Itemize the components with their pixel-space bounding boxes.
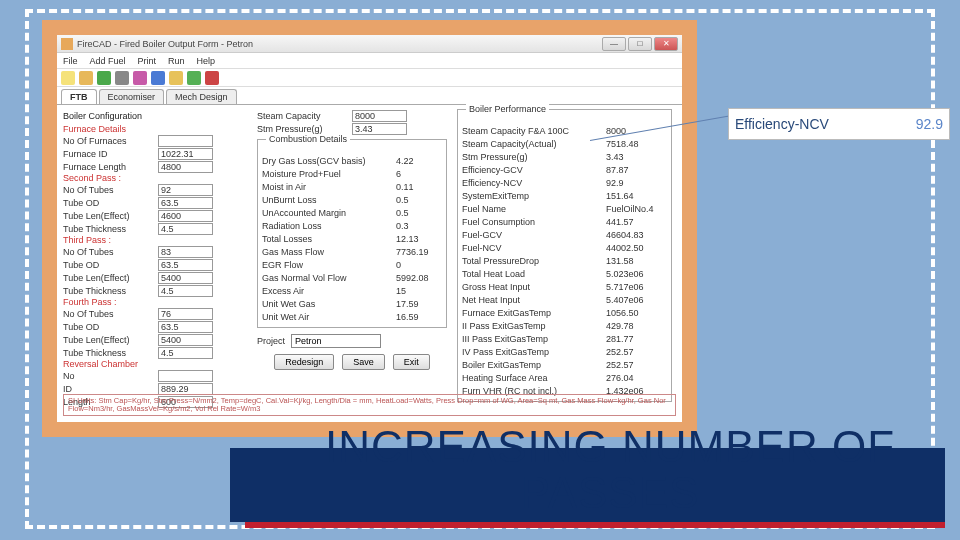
redesign-button[interactable]: Redesign <box>274 354 334 370</box>
perf-label: Heating Surface Area <box>462 373 602 383</box>
reversal-chamber-heading: Reversal Chamber <box>63 359 253 369</box>
furnace-id-value[interactable]: 1022.31 <box>158 148 213 160</box>
unit-wet-air-label: Unit Wet Air <box>262 312 392 322</box>
furnace-id-label: Furnace ID <box>63 149 158 159</box>
perf-label: Total PressureDrop <box>462 256 602 266</box>
fp-tube-thk-value[interactable]: 4.5 <box>158 347 213 359</box>
performance-title: Boiler Performance <box>466 104 549 114</box>
perf-value: FuelOilNo.4 <box>602 204 654 214</box>
excess-air-value: 15 <box>392 286 406 296</box>
close-icon[interactable] <box>205 71 219 85</box>
perf-row: SystemExitTemp151.64 <box>462 189 667 202</box>
perf-label: Steam Capacity(Actual) <box>462 139 602 149</box>
perf-row: Gross Heat Input5.717e06 <box>462 280 667 293</box>
toolbar <box>57 69 682 87</box>
perf-value: 1056.50 <box>602 308 639 318</box>
efficiency-callout: Efficiency-NCV 92.9 <box>728 108 950 140</box>
stm-pressure-value[interactable]: 3.43 <box>352 123 407 135</box>
total-losses-value: 12.13 <box>392 234 419 244</box>
project-input[interactable] <box>291 334 381 348</box>
tp-no-tubes-value[interactable]: 83 <box>158 246 213 258</box>
unit-wet-air-value: 16.59 <box>392 312 419 322</box>
print-icon[interactable] <box>115 71 129 85</box>
menu-run[interactable]: Run <box>168 56 185 66</box>
unacct-value: 0.5 <box>392 208 409 218</box>
project-label: Project <box>257 336 285 346</box>
tp-tube-thk-value[interactable]: 4.5 <box>158 285 213 297</box>
fp-tube-len-value[interactable]: 5400 <box>158 334 213 346</box>
window-close-button[interactable]: ✕ <box>654 37 678 51</box>
perf-label: Net Heat Input <box>462 295 602 305</box>
dry-gas-value: 4.22 <box>392 156 414 166</box>
perf-value: 429.78 <box>602 321 634 331</box>
furnace-details-heading: Furnace Details <box>63 124 253 134</box>
perf-row: Total PressureDrop131.58 <box>462 254 667 267</box>
tab-mech-design[interactable]: Mech Design <box>166 89 237 104</box>
perf-row: Fuel-NCV44002.50 <box>462 241 667 254</box>
save-button[interactable]: Save <box>342 354 385 370</box>
tp-tube-od-label: Tube OD <box>63 260 158 270</box>
perf-value: 441.57 <box>602 217 634 227</box>
exit-button[interactable]: Exit <box>393 354 430 370</box>
menu-bar: File Add Fuel Print Run Help <box>57 53 682 69</box>
save-icon[interactable] <box>97 71 111 85</box>
perf-label: Efficiency-GCV <box>462 165 602 175</box>
menu-file[interactable]: File <box>63 56 78 66</box>
edit-icon[interactable] <box>133 71 147 85</box>
tab-strip: FTB Economiser Mech Design <box>57 87 682 105</box>
perf-row: Steam Capacity(Actual)7518.48 <box>462 137 667 150</box>
no-of-furnaces-value[interactable] <box>158 135 213 147</box>
furnace-length-value[interactable]: 4800 <box>158 161 213 173</box>
new-icon[interactable] <box>61 71 75 85</box>
perf-value: 44002.50 <box>602 243 644 253</box>
tp-no-tubes-label: No Of Tubes <box>63 247 158 257</box>
open-icon[interactable] <box>79 71 93 85</box>
titlebar: FireCAD - Fired Boiler Output Form - Pet… <box>57 35 682 53</box>
menu-add-fuel[interactable]: Add Fuel <box>90 56 126 66</box>
perf-value: 281.77 <box>602 334 634 344</box>
sp-no-tubes-value[interactable]: 92 <box>158 184 213 196</box>
rc-no-label: No <box>63 371 158 381</box>
steam-capacity-value[interactable]: 8000 <box>352 110 407 122</box>
perf-row: Total Heat Load5.023e06 <box>462 267 667 280</box>
rc-no-value[interactable] <box>158 370 213 382</box>
fp-tube-thk-label: Tube Thickness <box>63 348 158 358</box>
slide-title-text: INCREASING NUMBER OF PASSES <box>265 424 955 516</box>
perf-row: Efficiency-GCV87.87 <box>462 163 667 176</box>
boiler-config-panel: Boiler Configuration Furnace Details No … <box>63 109 253 408</box>
tab-ftb[interactable]: FTB <box>61 89 97 104</box>
menu-help[interactable]: Help <box>197 56 216 66</box>
sp-tube-thk-value[interactable]: 4.5 <box>158 223 213 235</box>
perf-row: Fuel-GCV46604.83 <box>462 228 667 241</box>
perf-label: Fuel Consumption <box>462 217 602 227</box>
add-icon[interactable] <box>151 71 165 85</box>
minimize-button[interactable]: — <box>602 37 626 51</box>
maximize-button[interactable]: □ <box>628 37 652 51</box>
perf-value: 252.57 <box>602 347 634 357</box>
fp-no-tubes-value[interactable]: 76 <box>158 308 213 320</box>
unburnt-label: UnBurnt Loss <box>262 195 392 205</box>
tp-tube-od-value[interactable]: 63.5 <box>158 259 213 271</box>
unit-wet-gas-label: Unit Wet Gas <box>262 299 392 309</box>
sp-tube-len-value[interactable]: 4600 <box>158 210 213 222</box>
tab-economiser[interactable]: Economiser <box>99 89 165 104</box>
dry-gas-label: Dry Gas Loss(GCV basis) <box>262 156 392 166</box>
fp-tube-od-value[interactable]: 63.5 <box>158 321 213 333</box>
tp-tube-len-value[interactable]: 5400 <box>158 272 213 284</box>
wizard-icon[interactable] <box>169 71 183 85</box>
perf-row: Boiler ExitGasTemp252.57 <box>462 358 667 371</box>
sp-tube-len-label: Tube Len(Effect) <box>63 211 158 221</box>
moist-air-label: Moist in Air <box>262 182 392 192</box>
perf-label: Efficiency-NCV <box>462 178 602 188</box>
sp-tube-od-value[interactable]: 63.5 <box>158 197 213 209</box>
menu-print[interactable]: Print <box>138 56 157 66</box>
perf-value: 5.717e06 <box>602 282 644 292</box>
perf-value: 5.407e06 <box>602 295 644 305</box>
sp-no-tubes-label: No Of Tubes <box>63 185 158 195</box>
perf-row: Stm Pressure(g)3.43 <box>462 150 667 163</box>
perf-value: 46604.83 <box>602 230 644 240</box>
unit-wet-gas-value: 17.59 <box>392 299 419 309</box>
info-icon[interactable] <box>187 71 201 85</box>
perf-row: II Pass ExitGasTemp429.78 <box>462 319 667 332</box>
perf-value: 5.023e06 <box>602 269 644 279</box>
